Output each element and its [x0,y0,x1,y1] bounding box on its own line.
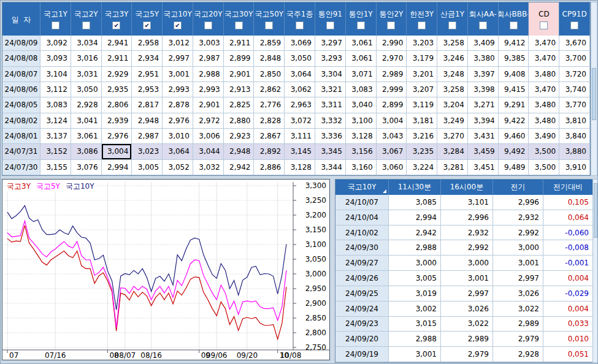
yield-cell[interactable]: 9,415 [499,82,529,97]
yield-cell[interactable]: 3,258 [437,36,468,51]
yield-cell[interactable]: 9,492 [499,144,529,159]
yield-cell[interactable]: 3,470 [529,82,559,97]
yield-cell[interactable]: 3,304 [315,67,346,82]
yield-cell[interactable]: 3,040 [346,97,377,113]
yield-cell[interactable]: 3,311 [315,97,346,113]
yield-cell[interactable]: 3,061 [346,51,377,66]
yield-cell[interactable]: 3,810 [559,113,590,129]
yield-cell[interactable]: 3,044 [193,144,224,159]
yield-cell[interactable]: 3,840 [559,129,590,144]
column-header-산금1Y[interactable]: 산금1Y [437,2,468,36]
yield-cell[interactable]: 2,848 [254,51,285,66]
yield-cell[interactable]: 2,934 [132,51,163,66]
yield-cell[interactable]: 3,005 [132,160,163,175]
column-checkbox-통안91[interactable] [326,21,334,29]
yield-cell[interactable]: 3,043 [377,129,407,144]
row-date-cell[interactable]: 24/08/06 [2,82,40,97]
yield-cell[interactable]: 3,052 [163,160,193,175]
yield-cell[interactable]: 3,224 [407,160,437,175]
yield-cell[interactable]: 3,104 [40,67,71,82]
yield-cell[interactable]: 3,111 [285,129,315,144]
column-header-국고2Y[interactable]: 국고2Y [71,2,102,36]
row-date-cell[interactable]: 24/07/31 [2,144,40,159]
yield-cell[interactable]: 3,235 [407,144,437,159]
yield-cell[interactable]: 2,899 [224,51,255,66]
intraday-table-scrollbar-thumb[interactable] [594,183,597,238]
yield-cell[interactable]: 2,942 [224,160,255,175]
yield-cell[interactable]: 3,031 [71,67,102,82]
column-header-국고10Y[interactable]: 국고10Y✔ [163,2,193,36]
column-checkbox-국고1Y[interactable] [52,21,59,29]
yield-cell[interactable]: 3,248 [437,67,468,82]
yield-cell[interactable]: 3,216 [407,129,437,144]
yield-cell[interactable]: 2,990 [377,36,407,51]
yield-cell[interactable]: 3,770 [559,97,590,113]
column-header-CD[interactable]: CD [529,2,559,36]
yield-cell[interactable]: 3,394 [468,113,499,129]
daily-table-scrollbar[interactable] [591,2,597,176]
yield-cell[interactable]: 3,480 [529,67,559,82]
yield-cell[interactable]: 3,344 [315,160,346,175]
yield-cell[interactable]: 2,993 [193,82,224,97]
yield-cell[interactable]: 2,997 [163,51,193,66]
yield-cell[interactable]: 3,083 [40,97,71,113]
column-header-회사BBB-[interactable]: 회사BBB- [499,2,529,36]
row-date-cell[interactable]: 24/08/07 [2,67,40,82]
column-header-통안1Y[interactable]: 통안1Y [346,2,377,36]
yield-cell[interactable]: 2,963 [285,97,315,113]
column-checkbox-국고50Y[interactable] [265,21,273,29]
column-checkbox-한전3Y[interactable] [418,21,426,29]
yield-cell[interactable]: 3,740 [559,82,590,97]
yield-cell[interactable]: 3,137 [40,129,71,144]
column-checkbox-CP91D[interactable] [570,21,578,29]
yield-cell[interactable]: 3,071 [346,67,377,82]
yield-cell[interactable]: 3,156 [346,144,377,159]
yield-cell[interactable]: 2,886 [254,160,285,175]
yield-cell[interactable]: 3,128 [346,129,377,144]
yield-cell[interactable]: 3,470 [529,51,559,66]
yield-cell[interactable]: 2,867 [254,129,285,144]
yield-cell[interactable]: 3,060 [377,160,407,175]
yield-cell[interactable]: 2,880 [224,113,255,129]
yield-cell[interactable]: 3,064 [285,67,315,82]
yield-cell[interactable]: 3,271 [468,97,499,113]
yield-cell[interactable]: 3,249 [437,113,468,129]
column-header-통안91[interactable]: 통안91 [315,2,346,36]
yield-cell[interactable]: 2,901 [193,97,224,113]
column-checkbox-국고20Y[interactable] [204,21,212,29]
column-header-회사AA-[interactable]: 회사AA- [468,2,499,36]
yield-cell[interactable]: 2,948 [224,144,255,159]
yield-cell[interactable]: 2,825 [224,97,255,113]
yield-cell[interactable]: 3,012 [163,36,193,51]
yield-cell[interactable]: 3,345 [315,144,346,159]
column-header-한전3Y[interactable]: 한전3Y [407,2,437,36]
yield-cell[interactable]: 3,281 [437,160,468,175]
yield-cell[interactable]: 3,100 [346,113,377,129]
yield-cell[interactable]: 3,072 [285,113,315,129]
yield-cell[interactable]: 3,124 [40,113,71,129]
intraday-header-국고10Y[interactable]: 국고10Y [335,180,389,195]
yield-cell[interactable]: 2,892 [254,144,285,159]
yield-cell[interactable]: 3,010 [163,129,193,144]
yield-cell[interactable]: 3,001 [163,67,193,82]
column-checkbox-통안2Y[interactable] [387,21,395,29]
yield-cell[interactable]: 3,032 [193,160,224,175]
yield-cell[interactable]: 2,859 [254,36,285,51]
yield-cell[interactable]: 3,490 [529,129,559,144]
yield-cell[interactable]: 3,297 [315,36,346,51]
column-checkbox-국고10Y[interactable]: ✔ [174,21,182,29]
yield-cell[interactable]: 3,246 [437,51,468,66]
column-checkbox-국고5Y[interactable]: ✔ [143,21,151,29]
yield-cell[interactable]: 3,204 [437,97,468,113]
yield-cell[interactable]: 2,941 [102,36,132,51]
yield-cell[interactable]: 3,284 [437,144,468,159]
yield-cell[interactable]: 3,332 [315,113,346,129]
column-header-국고30Y[interactable]: 국고30Y [224,2,255,36]
yield-cell[interactable]: 2,999 [377,82,407,97]
yield-cell[interactable]: 9,408 [499,67,529,82]
yield-cell[interactable]: 2,994 [102,160,132,175]
yield-cell[interactable]: 3,203 [407,36,437,51]
yield-cell[interactable]: 2,911 [224,36,255,51]
row-date-cell[interactable]: 24/07/30 [2,160,40,175]
yield-cell[interactable]: 3,910 [559,160,590,175]
